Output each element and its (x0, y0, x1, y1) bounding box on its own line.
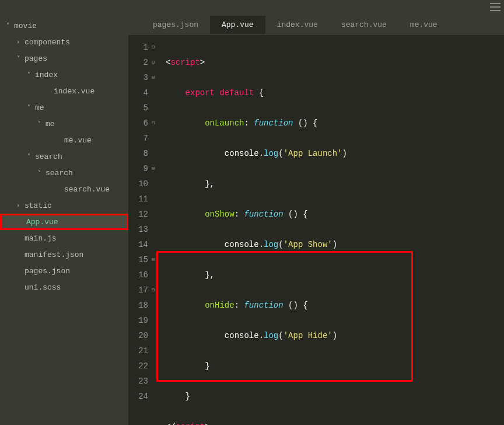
editor-pane: pages.json App.vue index.vue search.vue … (128, 14, 504, 425)
tree-folder-components[interactable]: › components (0, 34, 128, 50)
code-content[interactable]: <script> export default { onLaunch: func… (161, 35, 347, 425)
tab-me-vue[interactable]: me.vue (398, 16, 449, 34)
file-explorer[interactable]: ˅ movie › components ˅ pages ˅ index ind… (0, 14, 128, 425)
tree-folder-root[interactable]: ˅ movie (0, 18, 128, 34)
tree-folder-me-inner[interactable]: ˅ me (0, 116, 128, 132)
tree-label: index (35, 71, 58, 79)
tree-label: uni.scss (24, 283, 61, 292)
chevron-right-icon: › (15, 39, 21, 46)
chevron-down-icon: ˅ (26, 71, 32, 78)
tab-search-vue[interactable]: search.vue (330, 16, 398, 34)
tree-label: me.vue (64, 136, 92, 145)
tree-file-main-js[interactable]: main.js (0, 230, 128, 246)
tree-file-search-vue[interactable]: search.vue (0, 181, 128, 197)
tree-label: pages.json (24, 267, 70, 276)
chevron-down-icon: ˅ (5, 22, 10, 29)
code-editor[interactable]: 1⊟ 2⊟ 3⊟ 4 5 6⊟ 7 8 9⊟ 10 11 12 13 14 15… (128, 35, 504, 425)
tree-file-pages-json[interactable]: pages.json (0, 263, 128, 279)
tree-label: me (35, 103, 44, 112)
tree-label: App.vue (26, 218, 58, 227)
tree-label: search (35, 152, 62, 161)
tree-folder-search[interactable]: ˅ search (0, 148, 128, 165)
tab-pages-json[interactable]: pages.json (141, 16, 210, 34)
tree-file-app-vue[interactable]: App.vue (0, 214, 128, 230)
tree-label: search.vue (64, 185, 110, 194)
sidebar-toggle-icon[interactable] (490, 3, 501, 11)
chevron-right-icon: › (15, 203, 21, 209)
tree-label: movie (14, 22, 37, 30)
tab-app-vue[interactable]: App.vue (210, 16, 265, 34)
tree-label: index.vue (54, 87, 94, 96)
tree-label: components (24, 38, 70, 47)
tree-folder-me[interactable]: ˅ me (0, 99, 128, 116)
tree-label: search (46, 169, 73, 177)
chevron-down-icon: ˅ (26, 104, 32, 111)
tree-label: static (24, 201, 52, 210)
chevron-down-icon: ˅ (36, 169, 42, 176)
tab-index-vue[interactable]: index.vue (265, 16, 330, 34)
tree-file-index-vue[interactable]: index.vue (0, 83, 128, 99)
tree-label: pages (24, 54, 47, 63)
tree-folder-static[interactable]: › static (0, 197, 128, 214)
tree-folder-pages[interactable]: ˅ pages (0, 50, 128, 67)
tree-file-me-vue[interactable]: me.vue (0, 132, 128, 148)
chevron-down-icon: ˅ (15, 55, 21, 62)
main-area: ˅ movie › components ˅ pages ˅ index ind… (0, 14, 504, 425)
tree-folder-index[interactable]: ˅ index (0, 67, 128, 83)
chevron-down-icon: ˅ (36, 120, 42, 127)
line-number-gutter: 1⊟ 2⊟ 3⊟ 4 5 6⊟ 7 8 9⊟ 10 11 12 13 14 15… (128, 35, 161, 425)
tree-folder-search-inner[interactable]: ˅ search (0, 165, 128, 181)
tree-file-uni-scss[interactable]: uni.scss (0, 279, 128, 295)
tree-file-manifest-json[interactable]: manifest.json (0, 246, 128, 263)
menubar (0, 0, 504, 14)
tree-label: manifest.json (24, 250, 83, 259)
tab-bar[interactable]: pages.json App.vue index.vue search.vue … (128, 14, 504, 35)
tree-label: main.js (24, 234, 57, 243)
chevron-down-icon: ˅ (26, 153, 32, 160)
tree-label: me (46, 120, 55, 128)
